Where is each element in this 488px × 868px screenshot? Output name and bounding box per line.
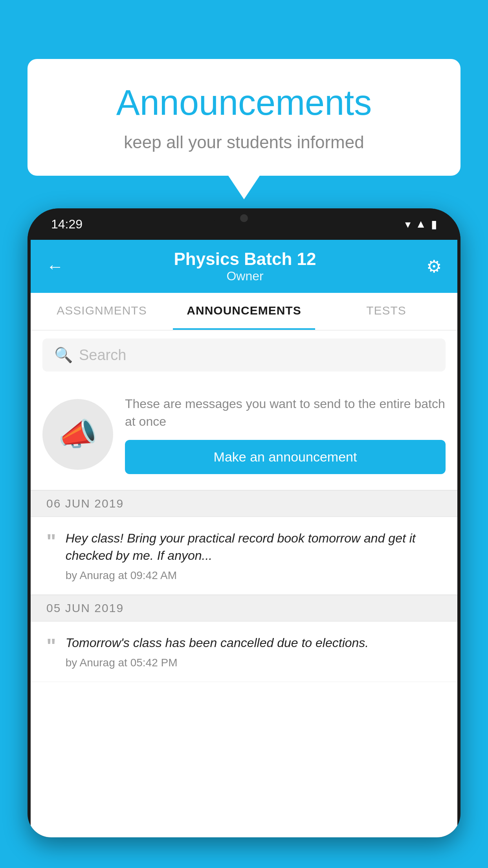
search-input[interactable]: Search [79,347,126,364]
phone-notch [213,208,275,228]
date-separator-1: 06 JUN 2019 [31,490,457,517]
search-bar[interactable]: 🔍 Search [42,338,446,371]
promo-description: These are messages you want to send to t… [125,395,446,430]
battery-icon: ▮ [431,218,437,231]
announcement-author-1: by Anurag at 09:42 AM [66,569,442,582]
announcement-text-2: Tomorrow's class has been cancelled due … [66,634,442,652]
quote-icon-2: " [46,636,56,656]
header-subtitle: Owner [64,269,426,283]
phone-container: 14:29 ▾ ▲ ▮ ← Physics Batch 12 Owner ⚙ [28,208,460,868]
megaphone-icon: 📣 [58,416,97,453]
promo-right: These are messages you want to send to t… [125,395,446,474]
status-time: 14:29 [51,217,83,232]
phone-frame: 14:29 ▾ ▲ ▮ ← Physics Batch 12 Owner ⚙ [28,208,460,837]
search-bar-container: 🔍 Search [31,331,457,379]
promo-icon-circle: 📣 [42,399,113,470]
search-icon: 🔍 [54,346,73,364]
make-announcement-button[interactable]: Make an announcement [125,440,446,474]
status-icons: ▾ ▲ ▮ [405,218,437,231]
speech-bubble-title: Announcements [59,83,429,123]
camera-dot [240,214,248,222]
tab-announcements[interactable]: ANNOUNCEMENTS [173,293,315,330]
tab-tests[interactable]: TESTS [315,293,457,330]
speech-bubble-section: Announcements keep all your students inf… [28,59,460,199]
wifi-icon: ▾ [405,218,411,231]
speech-bubble-arrow [228,176,260,199]
announcement-item-2[interactable]: " Tomorrow's class has been cancelled du… [31,622,457,682]
announcement-author-2: by Anurag at 05:42 PM [66,657,442,669]
signal-icon: ▲ [415,218,426,230]
speech-bubble-subtitle: keep all your students informed [59,132,429,152]
phone-screen: ← Physics Batch 12 Owner ⚙ ASSIGNMENTS A… [31,240,457,837]
status-bar: 14:29 ▾ ▲ ▮ [28,208,460,240]
app-header: ← Physics Batch 12 Owner ⚙ [31,240,457,293]
announcement-text-1: Hey class! Bring your practical record b… [66,530,442,565]
announcement-content-1: Hey class! Bring your practical record b… [66,530,442,582]
header-title: Physics Batch 12 [64,249,426,269]
tabs-bar: ASSIGNMENTS ANNOUNCEMENTS TESTS [31,293,457,331]
announcement-content-2: Tomorrow's class has been cancelled due … [66,634,442,669]
settings-icon[interactable]: ⚙ [426,256,442,276]
quote-icon-1: " [46,531,56,552]
header-title-block: Physics Batch 12 Owner [64,249,426,283]
promo-block: 📣 These are messages you want to send to… [31,379,457,490]
speech-bubble-card: Announcements keep all your students inf… [28,59,460,176]
date-separator-2: 05 JUN 2019 [31,595,457,622]
back-button[interactable]: ← [46,257,64,276]
announcement-item-1[interactable]: " Hey class! Bring your practical record… [31,517,457,595]
tab-assignments[interactable]: ASSIGNMENTS [31,293,173,330]
